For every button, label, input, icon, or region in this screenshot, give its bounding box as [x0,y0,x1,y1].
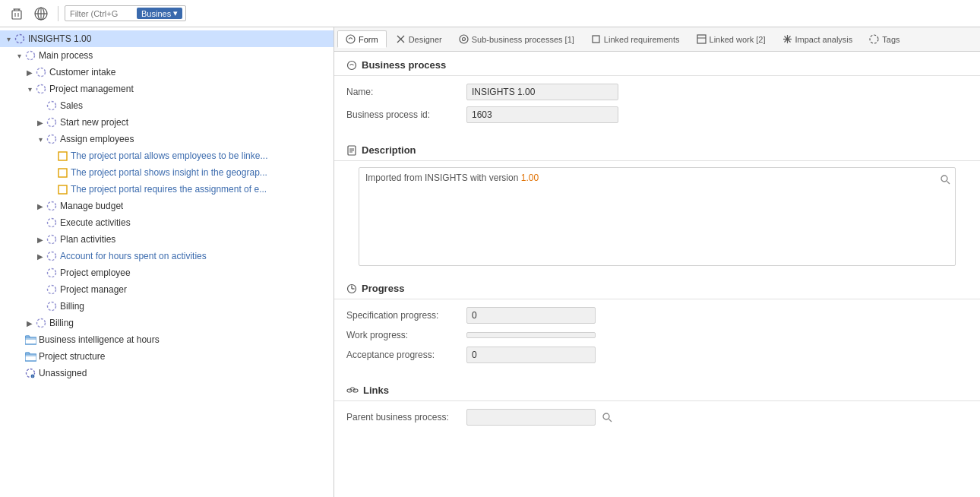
linked-req-tab-icon [591,34,601,44]
toolbar: Busines ▾ [0,0,980,27]
links-row-parent-bp: Parent business process: [346,409,968,426]
description-highlight: 1.00 [521,173,539,183]
svg-line-61 [609,419,612,423]
tree-node-assign: ▾ Assign employees [0,131,334,198]
tree-icon-start [46,117,58,128]
work-progress-value [466,332,596,338]
tree-label-execute: Execute activities [60,217,131,228]
svg-point-23 [48,219,56,227]
tab-linked-work-label: Linked work [2] [710,35,766,44]
tab-form[interactable]: Form [337,30,387,48]
tree-row-insights[interactable]: ▾ INSIGHTS 1.00 [0,30,334,47]
tree-row-req1[interactable]: The project portal allows employees to b… [0,147,334,164]
tree-expand-customer[interactable]: ▶ [24,68,35,77]
tree-row-billing-pm[interactable]: Billing [0,298,334,315]
description-area: Imported from INSIGHTS with version 1.00 [359,167,956,266]
section-bp-title: Business process [362,59,446,71]
tree-label-start-project: Start new project [60,117,128,128]
tree-row-bi[interactable]: Business intelligence at hours [0,331,334,348]
parent-bp-search-icon[interactable] [602,412,612,423]
tree-expand-pm[interactable]: ▾ [24,85,35,93]
tree-row-customer-intake[interactable]: ▶ Customer intake [0,64,334,81]
tree-row-execute[interactable]: Execute activities [0,214,334,231]
tree-expand-assign[interactable]: ▾ [35,135,46,144]
folder-icon [25,335,36,345]
tree-expand-main[interactable]: ▾ [14,52,24,60]
tree-row-assign[interactable]: ▾ Assign employees [0,131,334,147]
tree-expand-insights[interactable]: ▾ [3,35,14,43]
tree-label-unassigned: Unassigned [39,368,87,378]
svg-point-17 [48,119,56,127]
tree-row-proj-employee[interactable]: Project employee [0,264,334,281]
web-icon[interactable] [30,3,52,24]
tree-row-billing-main[interactable]: ▶ Billing [0,315,334,331]
tree-row-manage-budget[interactable]: ▶ Manage budget [0,198,334,214]
name-label: Name: [346,87,460,97]
svg-point-28 [48,302,56,311]
parent-bp-value [466,409,596,426]
tab-tags[interactable]: Tags [861,31,907,47]
tree-expand-plan[interactable]: ▶ [35,236,46,244]
filter-input[interactable] [70,9,131,18]
tree-icon-assign [46,134,58,144]
description-search-icon[interactable] [940,173,950,185]
tab-designer[interactable]: Designer [388,31,450,47]
tree-row-unassigned[interactable]: ! Unassigned [0,365,334,381]
tree-row-pm[interactable]: ▾ Project management [0,81,334,97]
filter-badge[interactable]: Busines ▾ [137,8,182,19]
form-row-spec-progress: Specification progress: 0 [346,307,968,324]
tree-label-bi: Business intelligence at hours [39,334,160,345]
links-section-icon [346,387,359,394]
tree-row-proj-manager[interactable]: Project manager [0,281,334,298]
delete-icon[interactable] [6,3,27,24]
svg-point-41 [462,38,465,41]
svg-rect-19 [58,152,67,160]
tree-row-start-project[interactable]: ▶ Start new project [0,114,334,131]
svg-rect-21 [58,185,67,194]
tree-row-account[interactable]: ▶ Account for hours spent on activities [0,248,334,264]
accept-progress-value: 0 [466,347,596,363]
tab-impact[interactable]: Impact analysis [775,31,861,47]
tree-expand-account[interactable]: ▶ [35,252,46,261]
tree-expand-start[interactable]: ▶ [35,119,46,127]
form-row-name: Name: INSIGHTS 1.00 [346,84,968,100]
tree-icon-bi [24,335,36,345]
svg-point-40 [460,35,468,43]
tree-row-proj-struct[interactable]: Project structure [0,348,334,365]
form-row-bpid: Business process id: 1603 [346,106,968,123]
bp-section-icon [346,60,357,71]
filter-box[interactable]: Busines ▾ [65,5,186,21]
tree-row-sales[interactable]: Sales [0,97,334,114]
tree-label-proj-manager: Project manager [60,284,127,295]
tree-icon-billing-pm [46,301,58,312]
tree-label-pm: Project management [49,84,134,94]
tree-expand-budget[interactable]: ▶ [35,202,46,211]
bpid-value: 1603 [466,106,618,123]
svg-point-55 [941,176,947,182]
tree-row-req3[interactable]: The project portal requires the assignme… [0,181,334,198]
tree-row-req2[interactable]: The project portal shows insight in the … [0,164,334,181]
tab-linked-work[interactable]: Linked work [2] [689,31,773,47]
tree-row-plan[interactable]: ▶ Plan activities [0,231,334,248]
name-value: INSIGHTS 1.00 [466,84,618,100]
toolbar-separator [58,6,58,21]
description-text: Imported from INSIGHTS with version 1.00 [365,173,539,183]
tree-label-budget: Manage budget [60,201,123,211]
tab-sub-business-label: Sub-business processes [1] [472,35,574,44]
tab-sub-business[interactable]: Sub-business processes [1] [451,31,582,47]
tree-label-billing-pm: Billing [60,301,84,312]
tab-linked-req[interactable]: Linked requirements [583,31,688,47]
tree-row-main-process[interactable]: ▾ Main process [0,47,334,64]
section-business-process: Business process [334,52,980,76]
tree-expand-billing-main[interactable]: ▶ [24,319,35,328]
links-fields: Parent business process: [334,401,980,439]
svg-text:!: ! [32,375,33,378]
tree-icon-proj-employee [46,267,58,278]
tree-icon-billing-main [35,318,47,328]
circle-dashed-icon [14,33,25,44]
svg-point-26 [48,269,56,277]
tree-label-account: Account for hours spent on activities [60,251,207,261]
tree-icon-req1 [56,151,68,161]
spec-progress-value: 0 [466,307,596,324]
svg-point-18 [48,135,56,144]
